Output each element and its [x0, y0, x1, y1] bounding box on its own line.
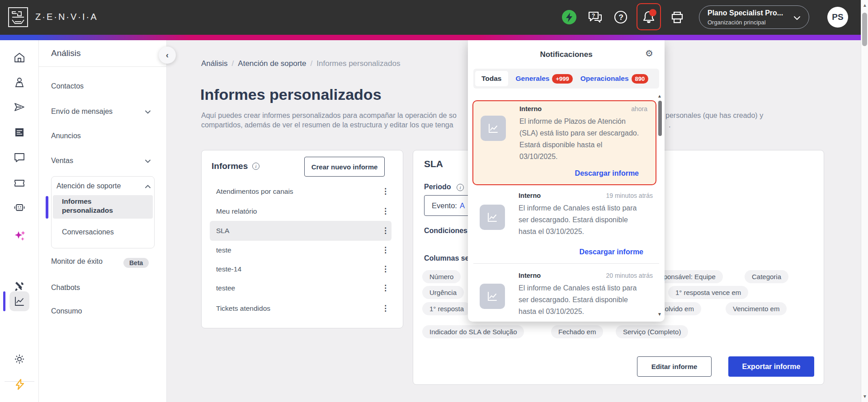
report-row-meu-relatorio[interactable]: Meu relatório: [216, 207, 257, 215]
tab-generales-label: Generales: [516, 75, 550, 83]
zenvia-app: Z·E·N·V·I·A ? ?: [0, 0, 868, 402]
sidebar-item-atencion-de-soporte[interactable]: Atención de soporte: [57, 182, 121, 190]
notification-time: 19 minutos atrás: [606, 192, 653, 199]
export-report-button[interactable]: Exportar informe: [728, 356, 814, 377]
sidebar-item-monitor-de-exito[interactable]: Monitor de éxito: [51, 257, 103, 266]
tab-operacionales[interactable]: Operacionales 890: [580, 74, 649, 84]
home-icon[interactable]: [14, 52, 25, 64]
sidebar-item-conversaciones[interactable]: Conversaciones: [62, 228, 114, 236]
page-description-line2-cont: .: [669, 121, 670, 129]
scroll-down-icon[interactable]: ▼: [863, 394, 867, 399]
notifications-panel: Notificaciones ⚙ Todas Generales +999 Op…: [468, 40, 665, 322]
reports-card-title: Informes: [212, 161, 248, 171]
announcements-icon[interactable]: [14, 126, 25, 138]
quick-actions-lightning-icon[interactable]: [14, 378, 26, 391]
plan-organization: Organización principal: [708, 19, 766, 26]
report-row-tickets-atendidos[interactable]: Tickets atendidos: [216, 304, 270, 313]
notification-body: El informe de Canales está listo para se…: [519, 202, 642, 238]
tab-todas[interactable]: Todas: [475, 71, 508, 86]
svg-text:?: ?: [619, 13, 623, 22]
beta-badge: Beta: [123, 258, 149, 268]
sidebar-item-contactos[interactable]: Contactos: [51, 82, 84, 90]
chat-icon[interactable]: [14, 151, 25, 163]
sidebar-item-ventas[interactable]: Ventas: [51, 157, 73, 165]
active-item-indicator: [46, 196, 48, 219]
column-chip-urgencia: Urgência: [422, 286, 464, 299]
plan-selector[interactable]: Plano Specialist Pro... Organización pri…: [699, 5, 809, 29]
page-scrollbar[interactable]: ▲ ▼: [861, 0, 868, 402]
column-chip-categoria: Categoria: [745, 270, 788, 283]
kebab-menu-icon[interactable]: ⋮: [382, 283, 388, 293]
sidebar-collapse-button[interactable]: ‹: [159, 47, 176, 64]
page-description-line1-cont: personales (que has creado) y: [665, 112, 763, 120]
notification-item[interactable]: Interno 20 minutos atrás El informe de C…: [468, 268, 665, 322]
sidebar-item-informes-personalizados-label: Informes personalizados: [62, 197, 130, 215]
scroll-down-icon[interactable]: ▼: [657, 312, 662, 317]
breadcrumb-analisis[interactable]: Análisis: [201, 59, 228, 68]
analytics-icon-active[interactable]: [9, 291, 29, 311]
info-icon[interactable]: i: [252, 163, 259, 170]
zenvia-logo-text: Z·E·N·V·I·A: [35, 12, 98, 22]
tab-generales[interactable]: Generales +999: [516, 74, 573, 84]
notification-body: El informe de Plazos de Atención (SLA) e…: [519, 116, 642, 163]
report-row-testee[interactable]: testee: [216, 284, 235, 292]
chevron-down-icon: [144, 157, 152, 165]
chevron-up-icon: [144, 182, 152, 191]
report-row-sla[interactable]: SLA: [216, 227, 229, 235]
send-icon[interactable]: [14, 101, 25, 113]
status-lightning-button[interactable]: [559, 7, 579, 27]
contacts-icon[interactable]: [14, 76, 25, 88]
column-chip-numero: Número: [422, 270, 461, 283]
notification-source: Interno: [519, 272, 541, 279]
notifications-settings-gear-icon[interactable]: ⚙: [645, 48, 653, 59]
kebab-menu-icon[interactable]: ⋮: [382, 304, 388, 313]
chatbot-icon[interactable]: [14, 201, 25, 213]
svg-text:?: ?: [592, 13, 595, 19]
create-report-button[interactable]: Crear nuevo informe: [304, 157, 385, 177]
edit-report-button[interactable]: Editar informe: [637, 356, 712, 377]
info-icon[interactable]: i: [457, 184, 464, 191]
notifications-title: Notificaciones: [468, 50, 665, 59]
settings-gear-icon[interactable]: [14, 353, 25, 365]
report-row-atendimentos[interactable]: Atendimentos por canais: [216, 187, 293, 196]
panel-scrollbar-thumb[interactable]: [658, 101, 662, 136]
page-description-line1: Aquí puedes crear informes personalizado…: [201, 112, 457, 120]
page-description-line2: compartidos, además de ver el resumen de…: [201, 121, 453, 129]
notification-item-highlighted[interactable]: Interno ahora El informe de Plazos de At…: [472, 100, 656, 185]
report-chart-icon: [480, 284, 505, 309]
brand-gradient-strip: [0, 35, 868, 40]
download-report-link[interactable]: Descargar informe: [580, 248, 643, 256]
notifications-bell-button[interactable]: [639, 7, 659, 27]
sidebar-item-envio-de-mensajes[interactable]: Envío de mensajes: [51, 108, 113, 116]
sidebar-item-chatbots[interactable]: Chatbots: [51, 284, 80, 292]
kebab-menu-icon[interactable]: ⋮: [382, 245, 388, 255]
download-report-link[interactable]: Descargar informe: [575, 169, 639, 178]
kebab-menu-icon[interactable]: ⋮: [382, 226, 388, 235]
rail-active-indicator: [3, 291, 5, 311]
scroll-up-icon[interactable]: ▲: [863, 3, 867, 8]
breadcrumb-atencion-de-soporte[interactable]: Atención de soporte: [238, 59, 306, 68]
sidebar-item-anuncios[interactable]: Anuncios: [51, 132, 81, 140]
user-avatar[interactable]: PS: [827, 7, 848, 28]
print-icon[interactable]: [667, 7, 687, 27]
report-row-selected-bg: [210, 221, 392, 241]
report-chart-icon: [480, 205, 505, 230]
tools-icon[interactable]: [14, 280, 25, 292]
sidebar-item-consumo[interactable]: Consumo: [51, 307, 82, 315]
reports-card: Informes i Crear nuevo informe Atendimen…: [201, 150, 403, 328]
chat-question-icon[interactable]: ?: [585, 7, 605, 27]
scroll-up-icon[interactable]: ▲: [657, 93, 662, 98]
notification-item[interactable]: Interno 19 minutos atrás El informe de C…: [468, 189, 665, 263]
notification-divider: [473, 263, 659, 264]
kebab-menu-icon[interactable]: ⋮: [382, 187, 388, 196]
ticket-icon[interactable]: [14, 177, 25, 188]
report-row-teste[interactable]: teste: [216, 246, 231, 254]
column-chip-1-resposta: 1° resposta: [422, 302, 471, 315]
help-icon[interactable]: ?: [611, 7, 631, 27]
page-scrollbar-thumb[interactable]: [862, 13, 867, 46]
ai-sparkles-icon[interactable]: [14, 229, 26, 242]
kebab-menu-icon[interactable]: ⋮: [382, 206, 388, 216]
kebab-menu-icon[interactable]: ⋮: [382, 264, 388, 274]
report-row-teste-14[interactable]: teste-14: [216, 265, 241, 273]
sla-card-title: SLA: [424, 159, 443, 169]
